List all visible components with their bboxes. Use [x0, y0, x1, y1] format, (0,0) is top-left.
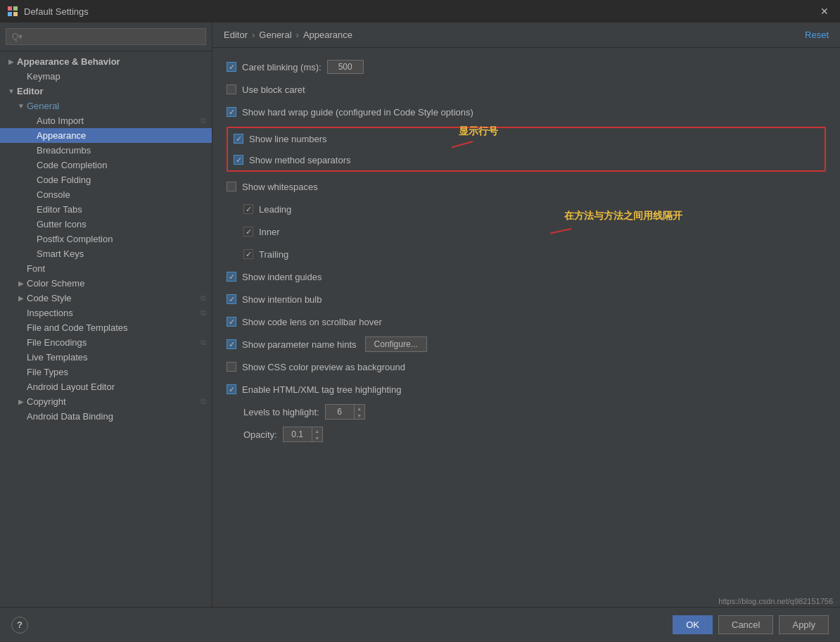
sidebar-item-live-templates[interactable]: Live Templates [0, 350, 212, 365]
apply-button[interactable]: Apply [779, 615, 829, 634]
sidebar-item-breadcrumbs[interactable]: Breadcrumbs [0, 143, 212, 158]
sidebar-label-android-layout-editor: Android Layout Editor [27, 382, 115, 392]
sidebar-item-smart-keys[interactable]: Smart Keys [0, 246, 212, 261]
opacity-spinner-btns: ▲ ▼ [312, 427, 322, 441]
sidebar-item-android-data-binding[interactable]: Android Data Binding [0, 409, 212, 424]
trailing-checkbox[interactable]: Trailing [243, 249, 288, 260]
sidebar-item-android-layout-editor[interactable]: Android Layout Editor [0, 379, 212, 394]
content-body: Caret blinking (ms): Use block caret Sho… [212, 48, 840, 607]
sidebar-item-code-style[interactable]: ▶Code Style⧉ [0, 291, 212, 306]
sidebar-label-copyright: Copyright [27, 396, 66, 407]
levels-up-btn[interactable]: ▲ [355, 405, 364, 412]
sidebar-label-editor-tabs: Editor Tabs [37, 204, 82, 215]
use-block-caret-label: Use block caret [242, 84, 305, 95]
caret-blinking-checkbox[interactable]: Caret blinking (ms): [227, 62, 322, 73]
show-indent-guides-checkbox[interactable]: Show indent guides [227, 272, 322, 282]
sidebar-label-keymap: Keymap [27, 71, 61, 82]
sidebar-item-gutter-icons[interactable]: Gutter Icons [0, 217, 212, 232]
cancel-button[interactable]: Cancel [718, 615, 773, 634]
use-block-caret-checkbox[interactable]: Use block caret [227, 84, 305, 95]
sidebar-item-appearance-behavior[interactable]: ▶Appearance & Behavior [0, 54, 212, 69]
show-param-hints-checkbox[interactable]: Show parameter name hints [227, 339, 357, 350]
breadcrumb-editor: Editor [224, 30, 248, 40]
sidebar-label-editor: Editor [17, 86, 44, 96]
sidebar-label-appearance-behavior: Appearance & Behavior [17, 56, 120, 67]
caret-blinking-cb [227, 62, 236, 72]
sidebar-item-editor-tabs[interactable]: Editor Tabs [0, 202, 212, 217]
opacity-down-btn[interactable]: ▼ [312, 434, 322, 441]
opacity-row: Opacity: ▲ ▼ [227, 427, 826, 442]
sidebar-item-copyright[interactable]: ▶Copyright⧉ [0, 394, 212, 409]
copy-icon-inspections: ⧉ [201, 308, 206, 317]
opacity-up-btn[interactable]: ▲ [312, 427, 322, 434]
sidebar-item-keymap[interactable]: Keymap [0, 69, 212, 84]
sidebar-item-code-folding[interactable]: Code Folding [0, 172, 212, 187]
sidebar-item-editor[interactable]: ▼Editor [0, 84, 212, 99]
show-line-numbers-label: Show line numbers [249, 134, 327, 144]
leading-checkbox[interactable]: Leading [243, 204, 291, 215]
show-css-preview-row: Show CSS color preview as background [227, 359, 826, 374]
opacity-spinner[interactable]: ▲ ▼ [283, 427, 323, 442]
main-content: ▶Appearance & BehaviorKeymap▼Editor▼Gene… [0, 23, 840, 607]
search-input[interactable] [6, 28, 206, 45]
inner-row: Inner [227, 224, 826, 239]
levels-down-btn[interactable]: ▼ [355, 412, 364, 419]
show-hard-wrap-checkbox[interactable]: Show hard wrap guide (configured in Code… [227, 107, 473, 118]
sidebar-label-live-templates: Live Templates [27, 352, 87, 363]
highlight-box: Show line numbers Show method separators [227, 127, 826, 172]
bottom-buttons: OK Cancel Apply [673, 615, 829, 634]
reset-button[interactable]: Reset [805, 30, 829, 40]
show-css-preview-cb [227, 362, 236, 372]
sidebar-item-font[interactable]: Font [0, 261, 212, 276]
show-param-hints-cb [227, 339, 236, 349]
sidebar-label-file-encodings: File Encodings [27, 337, 87, 348]
sidebar-item-inspections[interactable]: Inspections⧉ [0, 306, 212, 320]
sidebar-item-color-scheme[interactable]: ▶Color Scheme [0, 276, 212, 291]
sidebar-item-console[interactable]: Console [0, 187, 212, 202]
sidebar-item-code-completion[interactable]: Code Completion [0, 158, 212, 172]
levels-spinner[interactable]: ▲ ▼ [325, 404, 365, 420]
enable-html-xml-checkbox[interactable]: Enable HTML/XML tag tree highlighting [227, 384, 401, 395]
levels-input[interactable] [326, 405, 354, 418]
window-title: Default Settings [24, 6, 816, 17]
caret-blinking-row: Caret blinking (ms): [227, 59, 826, 75]
sidebar-item-postfix-completion[interactable]: Postfix Completion [0, 232, 212, 246]
show-code-lens-checkbox[interactable]: Show code lens on scrollbar hover [227, 317, 382, 327]
tree-toggle-color-scheme: ▶ [15, 279, 27, 287]
sidebar-label-code-folding: Code Folding [37, 175, 91, 185]
sidebar-label-auto-import: Auto Import [37, 115, 84, 126]
sidebar-item-file-encodings[interactable]: File Encodings⧉ [0, 335, 212, 350]
close-button[interactable]: ✕ [816, 4, 833, 18]
bottom-bar: ? OK Cancel Apply [0, 607, 840, 642]
show-css-preview-checkbox[interactable]: Show CSS color preview as background [227, 362, 405, 372]
show-method-sep-label: Show method separators [249, 155, 351, 165]
content-header: Editor › General › Appearance Reset [212, 23, 840, 48]
sidebar-item-file-types[interactable]: File Types [0, 365, 212, 379]
sidebar-label-file-types: File Types [27, 367, 68, 377]
sidebar-item-auto-import[interactable]: Auto Import⧉ [0, 113, 212, 128]
breadcrumb: Editor › General › Appearance [224, 30, 805, 40]
show-whitespaces-checkbox[interactable]: Show whitespaces [227, 182, 318, 192]
sidebar-label-code-style: Code Style [27, 293, 72, 303]
sidebar-label-general: General [27, 101, 59, 111]
breadcrumb-sep-1: › [252, 30, 255, 40]
show-method-sep-checkbox[interactable]: Show method separators [234, 155, 351, 165]
sidebar-label-code-completion: Code Completion [37, 160, 107, 170]
caret-blinking-input[interactable] [327, 60, 364, 74]
show-intention-bulb-checkbox[interactable]: Show intention bulb [227, 294, 322, 305]
ok-button[interactable]: OK [673, 615, 713, 634]
trailing-row: Trailing [227, 246, 826, 262]
svg-rect-3 [13, 12, 18, 16]
sidebar-item-file-code-templates[interactable]: File and Code Templates [0, 320, 212, 335]
opacity-input[interactable] [284, 428, 312, 441]
copy-icon-auto-import: ⧉ [201, 116, 206, 125]
inner-checkbox[interactable]: Inner [243, 227, 280, 237]
tree-toggle-appearance-behavior: ▶ [6, 58, 17, 65]
sidebar-item-general[interactable]: ▼General [0, 99, 212, 113]
configure-button[interactable]: Configure... [365, 336, 427, 352]
show-line-numbers-checkbox[interactable]: Show line numbers [234, 134, 327, 144]
sidebar-item-appearance[interactable]: Appearance [0, 128, 212, 143]
help-button[interactable]: ? [11, 617, 28, 634]
copy-icon-file-encodings: ⧉ [201, 338, 206, 347]
show-hard-wrap-label: Show hard wrap guide (configured in Code… [242, 107, 473, 118]
